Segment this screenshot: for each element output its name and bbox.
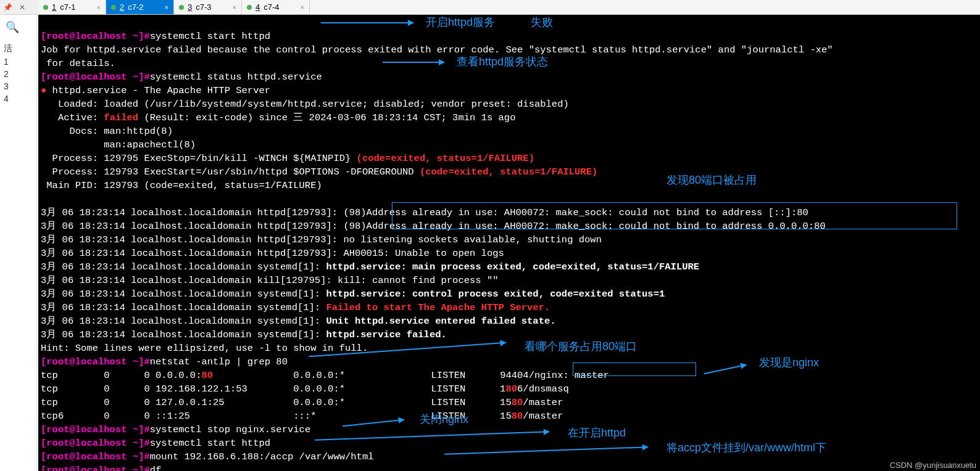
netstat-line: 6/dnsmasq bbox=[517, 383, 615, 395]
tab-num: 3 bbox=[188, 2, 192, 12]
tab-num: 1 bbox=[52, 2, 56, 12]
log-prefix: 3月 06 18:23:14 localhost.localdomain htt… bbox=[41, 207, 343, 218]
port-80: 80 bbox=[505, 383, 517, 395]
command: systemctl start httpd bbox=[150, 31, 270, 42]
annotation: 将accp文件挂到/var/www/html下 bbox=[666, 440, 826, 455]
annotation: 关闭nginx bbox=[420, 412, 468, 427]
log-line: httpd.service: main process exited, code… bbox=[326, 261, 699, 272]
log-line: 3月 06 18:23:14 localhost.localdomain htt… bbox=[41, 248, 504, 259]
annotation: 发现80端口被占用 bbox=[666, 173, 757, 187]
terminal[interactable]: [root@localhost ~]#systemctl start httpd… bbox=[38, 15, 980, 471]
annotation: 在开启httpd bbox=[568, 425, 626, 440]
annotation: 看哪个服务占用80端口 bbox=[525, 339, 637, 354]
status-failure: (code=exited, status=1/FAILURE) bbox=[420, 166, 597, 178]
sidebar-item[interactable]: 2 bbox=[4, 68, 33, 80]
tab-close-icon[interactable]: × bbox=[301, 4, 304, 11]
highlight-box bbox=[573, 362, 696, 376]
sidebar: 🔍 活 1 2 3 4 bbox=[0, 15, 37, 471]
sidebar-item[interactable]: 3 bbox=[4, 80, 33, 92]
hint-line: Hint: Some lines were ellipsized, use -l… bbox=[41, 343, 368, 354]
sidebar-item[interactable]: 4 bbox=[4, 92, 33, 105]
log-line: 3月 06 18:23:14 localhost.localdomain htt… bbox=[41, 234, 602, 245]
port-80: 80 bbox=[512, 397, 523, 408]
netstat-line: tcp 0 0 192.168.122.1:53 0.0.0.0:* LISTE… bbox=[41, 383, 505, 395]
close-icon[interactable]: ✕ bbox=[15, 0, 30, 15]
output-line: man:apachectl(8) bbox=[41, 139, 196, 150]
status-failure: (code=exited, status=1/FAILURE) bbox=[357, 153, 534, 164]
pin-icon[interactable]: 📌 bbox=[0, 0, 15, 15]
search-icon[interactable]: 🔍 bbox=[0, 15, 25, 39]
output-line: (Result: exit-code) since 三 2024-03-06 1… bbox=[138, 112, 515, 123]
annotation: 开启httpd服务 bbox=[426, 15, 495, 30]
tab-c7-1[interactable]: 1c7-1× bbox=[38, 0, 106, 14]
prompt: [root@localhost ~]# bbox=[41, 72, 150, 83]
output-line: Loaded: loaded (/usr/lib/systemd/system/… bbox=[41, 99, 569, 110]
port-80: 80 bbox=[512, 411, 523, 422]
sidebar-item[interactable]: 1 bbox=[4, 55, 33, 68]
prompt: [root@localhost ~]# bbox=[41, 438, 150, 449]
tab-num: 2 bbox=[120, 2, 124, 12]
tab-c7-3[interactable]: 3c7-3× bbox=[174, 0, 242, 14]
tab-bar: 1c7-1× 2c7-2× 3c7-3× 4c7-4× bbox=[38, 0, 980, 15]
annotation: 查看httpd服务状态 bbox=[457, 54, 548, 69]
log-error: Failed to start The Apache HTTP Server. bbox=[326, 302, 550, 313]
log-prefix: 3月 06 18:23:14 localhost.localdomain sys… bbox=[41, 302, 326, 313]
log-line: httpd.service failed. bbox=[326, 329, 446, 340]
output-line: Process: 129795 ExecStop=/bin/kill -WINC… bbox=[41, 153, 357, 164]
tab-close-icon[interactable]: × bbox=[97, 4, 101, 11]
status-dot-icon bbox=[43, 5, 48, 10]
bullet-icon: ● bbox=[41, 85, 46, 96]
tab-close-icon[interactable]: × bbox=[165, 4, 168, 11]
watermark: CSDN @yunjisuanxuetu bbox=[890, 461, 976, 470]
annotation: 发现是nginx bbox=[759, 355, 819, 370]
log-line: httpd.service: control process exited, c… bbox=[326, 289, 665, 300]
arrow-icon bbox=[321, 22, 413, 23]
log-line: Unit httpd.service entered failed state. bbox=[326, 316, 555, 327]
annotation: 失败 bbox=[531, 15, 553, 30]
command: mount 192.168.6.188:/accp /var/www/html bbox=[150, 451, 374, 462]
netstat-line: tcp 0 0 0.0.0.0: bbox=[41, 370, 201, 381]
arrow-icon bbox=[383, 62, 444, 63]
tab-c7-2[interactable]: 2c7-2× bbox=[106, 0, 174, 14]
sidebar-list: 活 1 2 3 4 bbox=[0, 39, 36, 107]
command: systemctl start httpd bbox=[150, 438, 270, 449]
output-line: Process: 129793 ExecStart=/usr/sbin/http… bbox=[41, 166, 420, 178]
log-prefix: 3月 06 18:23:14 localhost.localdomain sys… bbox=[41, 329, 326, 340]
tab-close-icon[interactable]: × bbox=[233, 4, 236, 11]
prompt: [root@localhost ~]# bbox=[41, 31, 150, 42]
prompt: [root@localhost ~]# bbox=[41, 451, 150, 462]
tab-label: c7-1 bbox=[60, 2, 75, 12]
log-prefix: 3月 06 18:23:14 localhost.localdomain sys… bbox=[41, 289, 326, 300]
log-prefix: 3月 06 18:23:14 localhost.localdomain sys… bbox=[41, 316, 326, 327]
output-line: Docs: man:httpd(8) bbox=[41, 126, 173, 137]
tab-num: 4 bbox=[255, 2, 260, 12]
status-dot-icon bbox=[247, 5, 252, 10]
output-line: Main PID: 129793 (code=exited, status=1/… bbox=[41, 180, 322, 191]
netstat-line: 0.0.0.0:* LISTEN 94404/nginx: master bbox=[213, 370, 615, 381]
status-dot-icon bbox=[111, 5, 116, 10]
netstat-line: /master bbox=[523, 411, 615, 422]
status-dot-icon bbox=[179, 5, 184, 10]
output-line: httpd.service - The Apache HTTP Server bbox=[46, 85, 270, 96]
sidebar-item[interactable]: 活 bbox=[4, 42, 33, 55]
netstat-line: tcp 0 0 127.0.0.1:25 0.0.0.0:* LISTEN 15 bbox=[41, 397, 512, 408]
netstat-line: /master bbox=[523, 397, 615, 408]
prompt: [root@localhost ~]# bbox=[41, 356, 150, 367]
log-prefix: 3月 06 18:23:14 localhost.localdomain htt… bbox=[41, 221, 343, 232]
output-line: Active: bbox=[41, 112, 104, 123]
command: systemctl status httpd.service bbox=[150, 72, 322, 83]
log-prefix: 3月 06 18:23:14 localhost.localdomain sys… bbox=[41, 261, 326, 272]
prompt: [root@localhost ~]# bbox=[41, 465, 150, 471]
log-line: 3月 06 18:23:14 localhost.localdomain kil… bbox=[41, 275, 499, 286]
tab-c7-4[interactable]: 4c7-4× bbox=[242, 0, 310, 14]
tab-label: c7-3 bbox=[196, 2, 211, 12]
port-80: 80 bbox=[201, 370, 213, 381]
status-failed: failed bbox=[104, 112, 138, 123]
tab-label: c7-4 bbox=[264, 2, 279, 12]
output-line: for details. bbox=[41, 58, 115, 69]
tab-label: c7-2 bbox=[128, 2, 143, 12]
output-line: Job for httpd.service failed because the… bbox=[41, 44, 833, 55]
prompt: [root@localhost ~]# bbox=[41, 424, 150, 435]
command: systemctl stop nginx.service bbox=[150, 424, 310, 435]
command: netstat -antlp | grep 80 bbox=[150, 356, 288, 367]
